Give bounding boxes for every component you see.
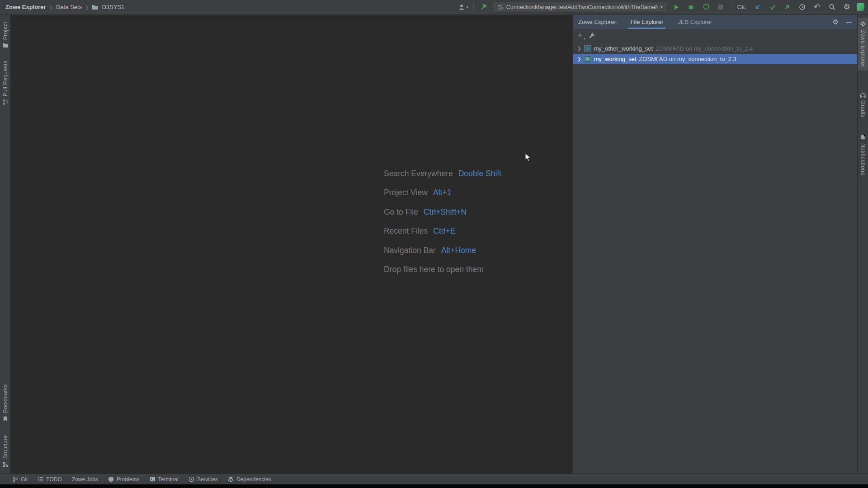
tab-file-explorer[interactable]: File Explorer: [629, 15, 664, 29]
statusbar-item-problems[interactable]: Problems: [108, 476, 140, 483]
working-set-icon: [584, 56, 591, 62]
debug-button[interactable]: [686, 2, 696, 12]
panel-toolbar: + ▾: [573, 29, 857, 42]
tree-row-selected[interactable]: ❯ my_working_set ZOSMFAD on my_connectio…: [573, 54, 857, 64]
add-button[interactable]: + ▾: [578, 32, 582, 39]
shortcut-label: Project View: [384, 188, 428, 197]
shortcut-keys: Alt+1: [433, 188, 451, 197]
history-button[interactable]: [797, 2, 807, 12]
toolbar-actions: ▾ ConnectionManager.testAddTwoConnection…: [458, 2, 868, 12]
search-everywhere-button[interactable]: [827, 2, 837, 12]
statusbar-item-zowe-jobs[interactable]: Zowe Jobs: [72, 476, 98, 483]
search-icon: [829, 4, 835, 10]
tree-row[interactable]: ❯ my_other_working_set ZOSMFAD on my_con…: [573, 43, 857, 54]
sidebar-item-project[interactable]: Project: [0, 19, 10, 51]
shortcut-label: Recent Files: [384, 226, 428, 236]
wrench-icon: [589, 32, 595, 39]
breadcrumb: Zowe Explorer ❯ Data Sets ❯ D3SYS1: [0, 4, 124, 10]
settings-button[interactable]: ⚙: [842, 2, 852, 12]
working-set-icon: [584, 45, 591, 52]
statusbar-item-services[interactable]: Services: [189, 476, 218, 483]
chevron-down-icon: ▾: [660, 5, 663, 9]
bookmark-icon: [2, 416, 8, 422]
user-profile-button[interactable]: ▾: [458, 4, 468, 11]
breadcrumb-item[interactable]: D3SYS1: [102, 4, 124, 10]
breadcrumb-section[interactable]: Data Sets: [56, 4, 82, 10]
gradle-elephant-icon: [859, 92, 866, 98]
folder-icon: [92, 4, 99, 10]
statusbar-item-terminal[interactable]: Terminal: [150, 476, 179, 483]
run-configuration-name: ConnectionManager.testAddTwoConnectionsW…: [506, 4, 658, 10]
git-update-button[interactable]: [752, 2, 762, 12]
git-label: Git:: [737, 4, 746, 10]
edit-config-button[interactable]: [589, 32, 595, 39]
run-button[interactable]: [671, 2, 681, 12]
terminal-icon: [150, 476, 156, 482]
bug-icon: [688, 4, 694, 10]
zowe-explorer-panel: Zowe Explorer: File Explorer JES Explore…: [572, 15, 857, 474]
sidebar-item-gradle[interactable]: Gradle: [858, 89, 868, 121]
chevron-right-icon: ❯: [49, 5, 53, 10]
check-icon: [769, 4, 776, 10]
run-with-coverage-button[interactable]: [701, 2, 711, 12]
zowe-icon: [860, 21, 866, 27]
arrow-down-left-icon: [754, 4, 761, 10]
run-configuration-select[interactable]: ConnectionManager.testAddTwoConnectionsW…: [494, 2, 666, 12]
panel-settings-button[interactable]: ⚙: [833, 19, 839, 25]
left-tool-stripe: Project Pull Requests Bookmarks Structur…: [0, 15, 11, 474]
statusbar-item-git[interactable]: Git: [12, 476, 28, 483]
sidebar-item-notifications[interactable]: Notifications: [858, 131, 868, 178]
stop-icon: [718, 5, 723, 9]
chevron-down-icon: ▾: [584, 37, 585, 40]
shortcut-keys: Ctrl+Shift+N: [424, 207, 467, 217]
main-toolbar: Zowe Explorer ❯ Data Sets ❯ D3SYS1 ▾ Con…: [0, 0, 868, 14]
toolbar-separator: [473, 3, 474, 12]
git-push-button[interactable]: [782, 2, 792, 12]
git-commit-button[interactable]: [767, 2, 777, 12]
coverage-shield-icon: [703, 4, 709, 10]
shortcut-label: Search Everywhere: [384, 169, 453, 178]
layers-icon: [228, 476, 234, 482]
toolbar-separator: [731, 3, 731, 12]
minimize-button[interactable]: —: [846, 19, 852, 25]
sidebar-item-zowe-explorer[interactable]: Zowe Explorer: [858, 18, 868, 70]
tab-jes-explorer[interactable]: JES Explorer: [677, 15, 713, 29]
shortcut-keys: Double Shift: [458, 169, 501, 178]
play-icon: [673, 4, 679, 10]
status-bar: Git TODO Zowe Jobs Problems Terminal Ser…: [0, 474, 868, 484]
build-button[interactable]: [479, 2, 489, 12]
pull-request-icon: [2, 99, 9, 105]
sidebar-item-bookmarks[interactable]: Bookmarks: [0, 381, 10, 425]
editor-empty-area: Search EverywhereDouble Shift Project Vi…: [11, 15, 572, 474]
shortcut-label: Navigation Bar: [384, 246, 436, 255]
rollback-button[interactable]: ↶: [812, 2, 822, 12]
panel-title: Zowe Explorer:: [578, 19, 618, 25]
hammer-icon: [480, 3, 488, 11]
todo-list-icon: [38, 476, 43, 482]
run-config-icon: [497, 4, 504, 10]
sidebar-item-pull-requests[interactable]: Pull Requests: [0, 57, 10, 108]
breadcrumb-root[interactable]: Zowe Explorer: [5, 4, 46, 10]
folder-icon: [2, 42, 9, 48]
panel-header: Zowe Explorer: File Explorer JES Explore…: [573, 15, 857, 29]
services-icon: [189, 476, 194, 482]
problems-icon: [108, 476, 114, 482]
chevron-down-icon: ▾: [466, 5, 468, 9]
code-with-me-icon[interactable]: [857, 3, 864, 11]
statusbar-item-todo[interactable]: TODO: [38, 476, 61, 483]
window-bottom-strip: [0, 484, 868, 488]
arrow-up-right-icon: [784, 4, 791, 10]
shortcut-label: Go to File: [384, 207, 418, 217]
drop-files-hint: Drop files here to open them: [384, 265, 484, 274]
working-set-tree: ❯ my_other_working_set ZOSMFAD on my_con…: [573, 42, 857, 64]
chevron-right-icon: ❯: [85, 5, 89, 10]
right-tool-stripe: Zowe Explorer Gradle Notifications: [857, 15, 868, 474]
expand-chevron-icon[interactable]: ❯: [577, 46, 581, 51]
sidebar-item-structure[interactable]: Structure: [0, 432, 10, 471]
git-branch-icon: [12, 476, 18, 483]
structure-icon: [2, 461, 9, 468]
statusbar-item-dependencies[interactable]: Dependencies: [228, 476, 271, 483]
keyboard-shortcuts-help: Search EverywhereDouble Shift Project Vi…: [384, 164, 501, 279]
shortcut-keys: Ctrl+E: [433, 226, 455, 236]
expand-chevron-icon[interactable]: ❯: [577, 56, 581, 61]
